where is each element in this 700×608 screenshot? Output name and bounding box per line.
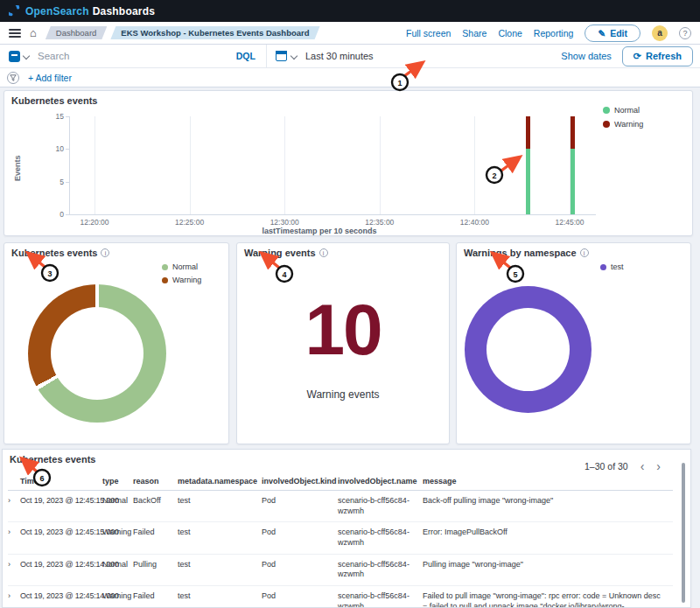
legend-item-test[interactable]: test bbox=[600, 262, 624, 271]
refresh-button[interactable]: ⟳ Refresh bbox=[622, 46, 693, 66]
x-tick-label: 12:35:00 bbox=[365, 218, 394, 227]
filter-funnel-icon[interactable] bbox=[7, 72, 19, 84]
panel-title: Warnings by namespace i bbox=[457, 243, 690, 258]
x-gridline bbox=[474, 116, 475, 214]
panel-kubernetes-events-table: Kubernetes events 1–30 of 30 ‹ › Time▾ t… bbox=[2, 449, 691, 608]
expand-row-button[interactable]: › bbox=[8, 554, 20, 585]
refresh-button-label: Refresh bbox=[646, 51, 682, 61]
add-filter-link[interactable]: + Add filter bbox=[28, 73, 72, 83]
expand-row-button[interactable]: › bbox=[8, 586, 20, 608]
chart-legend: test bbox=[600, 262, 624, 271]
events-donut-chart[interactable] bbox=[28, 284, 166, 423]
saved-query-icon[interactable] bbox=[9, 51, 20, 62]
pencil-icon: ✎ bbox=[598, 28, 606, 38]
menu-hamburger-icon[interactable] bbox=[9, 29, 21, 38]
cell-reason: Failed bbox=[133, 586, 178, 608]
col-header-message[interactable]: message bbox=[423, 473, 673, 491]
col-header-namespace[interactable]: metadata.namespace bbox=[178, 473, 262, 491]
table-header-row: Time▾ type reason metadata.namespace inv… bbox=[8, 473, 673, 491]
nav-actions: Full screen Share Clone Reporting ✎ Edit… bbox=[406, 24, 693, 42]
table-row: ›Oct 19, 2023 @ 12:45:15.000NormalBackOf… bbox=[8, 491, 673, 522]
namespace-donut-chart[interactable] bbox=[465, 286, 592, 413]
legend-label: test bbox=[611, 262, 624, 271]
chart-legend: Normal Warning bbox=[603, 106, 643, 129]
breadcrumb-dashboard[interactable]: Dashboard bbox=[46, 26, 107, 39]
panel-warning-events-metric: Warning events i 10 Warning events bbox=[236, 242, 450, 444]
y-axis-title: Events bbox=[13, 155, 22, 181]
table-scrollbar[interactable] bbox=[682, 463, 685, 603]
y-tick-label: 5 bbox=[46, 178, 64, 186]
legend-label: Warning bbox=[614, 120, 643, 129]
legend-item-warning[interactable]: Warning bbox=[162, 276, 201, 284]
cell-reason: Pulling bbox=[133, 554, 178, 585]
panel-kubernetes-events-histogram: Kubernetes events 12:20:0012:25:0012:30:… bbox=[4, 90, 693, 236]
user-avatar[interactable]: a bbox=[652, 25, 668, 41]
expand-row-button[interactable]: › bbox=[8, 491, 20, 522]
cell-time: Oct 19, 2023 @ 12:45:15.000 bbox=[20, 522, 102, 554]
home-icon[interactable]: ⌂ bbox=[30, 26, 37, 39]
info-icon[interactable]: i bbox=[101, 248, 109, 257]
panel-title-text: Warnings by namespace bbox=[464, 248, 577, 258]
brand-dashboards: Dashboards bbox=[93, 5, 155, 17]
filter-bar: + Add filter bbox=[0, 68, 700, 87]
info-icon[interactable]: i bbox=[319, 248, 328, 257]
clone-link[interactable]: Clone bbox=[498, 28, 522, 38]
events-histogram-chart: 12:20:0012:25:0012:30:0012:35:0012:40:00… bbox=[4, 91, 692, 235]
search-input[interactable] bbox=[38, 51, 226, 61]
expand-column-header bbox=[8, 473, 20, 491]
cell-kind: Pod bbox=[262, 522, 338, 554]
warning-legend-dot bbox=[162, 277, 168, 283]
cell-kind: Pod bbox=[262, 554, 338, 585]
col-header-name[interactable]: involvedObject.name bbox=[338, 473, 423, 491]
col-header-type[interactable]: type bbox=[102, 473, 133, 491]
chevron-down-icon[interactable] bbox=[23, 53, 29, 59]
panel-warnings-by-namespace: Warnings by namespace i test bbox=[456, 242, 691, 444]
cell-kind: Pod bbox=[262, 491, 338, 522]
cell-type: Normal bbox=[102, 554, 133, 585]
cell-message: Pulling image "wrong-image" bbox=[423, 554, 673, 585]
chevron-down-icon[interactable] bbox=[290, 53, 297, 59]
share-link[interactable]: Share bbox=[462, 28, 486, 38]
divider bbox=[266, 45, 267, 67]
full-screen-link[interactable]: Full screen bbox=[406, 28, 451, 38]
events-table: Time▾ type reason metadata.namespace inv… bbox=[8, 473, 673, 608]
dql-selector[interactable]: DQL bbox=[226, 51, 266, 61]
pagination-prev-icon[interactable]: ‹ bbox=[640, 460, 645, 472]
y-tick-label: 0 bbox=[46, 210, 64, 219]
cell-type: Warning bbox=[102, 586, 133, 608]
y-tick-label: 15 bbox=[46, 112, 64, 121]
x-gridline bbox=[190, 116, 191, 214]
table-row: ›Oct 19, 2023 @ 12:45:15.000WarningFaile… bbox=[8, 522, 673, 554]
col-header-time[interactable]: Time▾ bbox=[20, 473, 102, 491]
edit-button[interactable]: ✎ Edit bbox=[584, 24, 640, 42]
normal-bar-segment[interactable] bbox=[526, 149, 530, 214]
time-range-value[interactable]: Last 30 minutes bbox=[305, 51, 374, 61]
normal-legend-dot bbox=[162, 264, 168, 270]
breadcrumb-current-dashboard: EKS Workshop - Kubernetes Events Dashboa… bbox=[110, 26, 319, 39]
cell-message: Error: ImagePullBackOff bbox=[423, 522, 673, 554]
cell-time: Oct 19, 2023 @ 12:45:15.000 bbox=[20, 491, 102, 522]
top-brand-bar: OpenSearchDashboards bbox=[0, 0, 700, 22]
calendar-icon[interactable] bbox=[276, 51, 287, 61]
legend-item-warning[interactable]: Warning bbox=[603, 120, 643, 129]
legend-item-normal[interactable]: Normal bbox=[162, 262, 201, 271]
expand-row-button[interactable]: › bbox=[8, 522, 20, 554]
info-icon[interactable]: i bbox=[580, 248, 589, 257]
pagination-next-icon[interactable]: › bbox=[656, 460, 661, 472]
normal-bar-segment[interactable] bbox=[570, 149, 575, 214]
table-row: ›Oct 19, 2023 @ 12:45:14.000WarningFaile… bbox=[8, 586, 673, 608]
legend-item-normal[interactable]: Normal bbox=[603, 106, 643, 115]
cell-name: scenario-b-cff56c84-wzwmh bbox=[338, 491, 423, 522]
x-tick-label: 12:30:00 bbox=[270, 218, 299, 227]
show-dates-link[interactable]: Show dates bbox=[561, 51, 611, 61]
y-axis-line bbox=[69, 116, 70, 214]
warning-bar-segment[interactable] bbox=[570, 116, 575, 149]
col-header-reason[interactable]: reason bbox=[133, 473, 178, 491]
reporting-link[interactable]: Reporting bbox=[534, 28, 574, 38]
col-header-kind[interactable]: involvedObject.kind bbox=[262, 473, 338, 491]
cell-message: Failed to pull image "wrong-image": rpc … bbox=[423, 586, 673, 608]
app-title: OpenSearchDashboards bbox=[25, 5, 155, 17]
warning-bar-segment[interactable] bbox=[526, 116, 530, 149]
cell-kind: Pod bbox=[262, 586, 338, 608]
help-icon[interactable]: ? bbox=[679, 27, 691, 39]
